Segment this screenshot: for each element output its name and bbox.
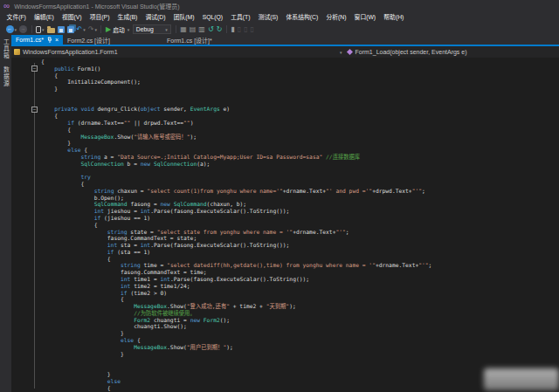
toolbar-separator: [31, 25, 32, 33]
code-line: fasong.CommandText = time;: [41, 269, 431, 276]
solution-explorer-button[interactable]: ▤: [188, 24, 197, 35]
visual-studio-logo-icon: ∞: [3, 2, 10, 10]
code-line: {: [41, 222, 431, 229]
bar-icon: ▯: [251, 24, 254, 35]
side-tab[interactable]: 工具箱: [2, 38, 10, 58]
refresh-button[interactable]: ↺: [206, 24, 215, 35]
document-tab[interactable]: Form1.cs*×: [11, 35, 63, 45]
code-line: InitializeComponent();: [41, 79, 431, 86]
grid-icon: ▦: [180, 24, 187, 35]
menu-item[interactable]: 生成(B): [114, 11, 141, 24]
code-line: SqlCommand fasong = new SqlCommand(chaxu…: [41, 201, 431, 208]
code-line: string a = "Data Source=.;Initial Catalo…: [41, 154, 431, 161]
collapse-box[interactable]: −: [31, 107, 38, 113]
undo-button[interactable]: ↶▾: [75, 24, 86, 35]
code-line: else: [41, 378, 431, 385]
code-line: }: [41, 330, 431, 337]
play-icon: ▶: [106, 24, 111, 35]
panel-icon: ▤: [190, 24, 197, 35]
menu-item[interactable]: 分析(N): [322, 11, 350, 24]
tab-label: Form1.cs [设计]*: [167, 36, 212, 45]
code-line: {: [41, 181, 431, 188]
code-line: }: [41, 371, 431, 378]
save-all-button[interactable]: [66, 24, 75, 35]
properties-button[interactable]: ▥: [197, 24, 207, 35]
redo-icon: ↷: [88, 24, 94, 35]
menu-item[interactable]: 文件(F): [3, 11, 30, 24]
nav-forward-button[interactable]: →: [18, 24, 29, 35]
vs-window: ∞ WindowsFormsApplication1 - Microsoft V…: [0, 0, 559, 392]
panel-alt-icon: ▥: [198, 24, 205, 35]
code-line: }: [41, 86, 431, 93]
menu-item[interactable]: 窗口(W): [350, 11, 380, 24]
document-tab[interactable]: Form1.cs [设计]*: [162, 35, 217, 45]
bar-icon: ▯: [244, 24, 247, 35]
code-line: }: [41, 140, 431, 147]
code-line: string time = "select datediff(hh,getdat…: [41, 262, 431, 269]
start-debug-button[interactable]: ▶ 启动 ▾: [104, 24, 130, 35]
code-editor[interactable]: − − { public Form1() { InitializeCompone…: [11, 58, 559, 392]
solution-config-dropdown[interactable]: Debug ▾: [133, 24, 171, 34]
toolbar-separator: [100, 25, 101, 33]
menu-item[interactable]: 团队(M): [169, 11, 198, 24]
code-line: [41, 100, 431, 107]
bar-icon: ▯: [238, 24, 241, 35]
menu-item[interactable]: 测试(S): [254, 11, 282, 24]
member-dropdown[interactable]: Form1_Load(object sender, EventArgs e): [355, 49, 467, 55]
collapse-box[interactable]: −: [31, 65, 38, 72]
new-file-button[interactable]: ▾: [35, 24, 46, 35]
extra-tool-button[interactable]: ▮: [230, 24, 236, 35]
code-line: Form2 chuangti = new Form2();: [41, 317, 431, 324]
member-dropdown-group: ▾ Form1_Load(object sender, EventArgs e): [339, 49, 467, 55]
document-tab[interactable]: Form2.cs [设计]: [63, 35, 114, 45]
code-line: string state = "select state from yonghu…: [41, 229, 431, 236]
rotate-ccw-icon: ↺: [208, 24, 214, 35]
start-button-label: 启动: [113, 25, 125, 34]
menu-item[interactable]: 帮助(H): [380, 11, 408, 24]
extra-tool-button[interactable]: ▯: [236, 24, 242, 35]
menu-item[interactable]: 工具(T): [227, 11, 254, 24]
save-all-icon: [67, 26, 74, 33]
code-line: {: [41, 385, 431, 392]
save-icon: [58, 26, 65, 33]
code-line: [41, 93, 431, 100]
method-icon: [346, 49, 352, 55]
chevron-down-icon: ▾: [128, 27, 130, 32]
code-line: else {: [41, 147, 431, 154]
type-dropdown[interactable]: WindowsFormsApplication1.Form1: [23, 49, 118, 55]
menu-item[interactable]: 项目(P): [86, 11, 114, 24]
code-line: [41, 364, 431, 371]
extra-tool-button[interactable]: ▯: [249, 24, 255, 35]
menu-item[interactable]: 调试(D): [141, 11, 169, 24]
window-title: WindowsFormsApplication1 - Microsoft Vis…: [14, 2, 179, 10]
find-in-files-button[interactable]: ▦: [179, 24, 189, 35]
toolbar: ←▾ → ▾ ↶▾ ↷▾ ▶ 启动 ▾ Debug ▾ ▦ ▤ ▥ ↺ ↻ ▮ …: [0, 24, 559, 35]
toolbar-separator: [226, 25, 227, 33]
code-line: MessageBox.Show("登入成功,还有" + time2 + "天到期…: [41, 303, 431, 310]
forward-arrow-icon: →: [19, 25, 27, 33]
extra-tool-button[interactable]: ▯: [243, 24, 249, 35]
menu-item[interactable]: SQL(Q): [198, 11, 227, 24]
code-line: else {: [41, 337, 431, 344]
undo-icon: ↶: [77, 24, 83, 35]
sync-button[interactable]: ↻: [215, 24, 224, 35]
chevron-down-icon: ▾: [94, 27, 97, 32]
code-line: if (time2 > 0): [41, 290, 431, 297]
chevron-down-icon[interactable]: ▾: [340, 50, 342, 55]
menu-item[interactable]: 体系结构(C): [282, 11, 322, 24]
code-line: {: [41, 113, 431, 120]
code-line: {: [41, 256, 431, 263]
nav-back-button[interactable]: ←▾: [4, 24, 18, 35]
save-button[interactable]: [56, 24, 66, 35]
code-line: public Form1(): [41, 65, 431, 72]
open-file-button[interactable]: [45, 24, 56, 35]
close-icon[interactable]: ×: [55, 37, 59, 43]
pin-icon[interactable]: [47, 37, 52, 44]
menu-item[interactable]: 编辑(E): [30, 11, 58, 24]
chevron-down-icon: ▾: [42, 27, 45, 32]
back-arrow-icon: ←: [6, 25, 14, 33]
menu-item[interactable]: 视图(V): [58, 11, 86, 24]
redo-button[interactable]: ↷▾: [86, 24, 98, 35]
code-line: SqlConnection b = new SqlConnection(a);: [41, 161, 431, 168]
side-tab[interactable]: 数据源: [2, 66, 10, 86]
